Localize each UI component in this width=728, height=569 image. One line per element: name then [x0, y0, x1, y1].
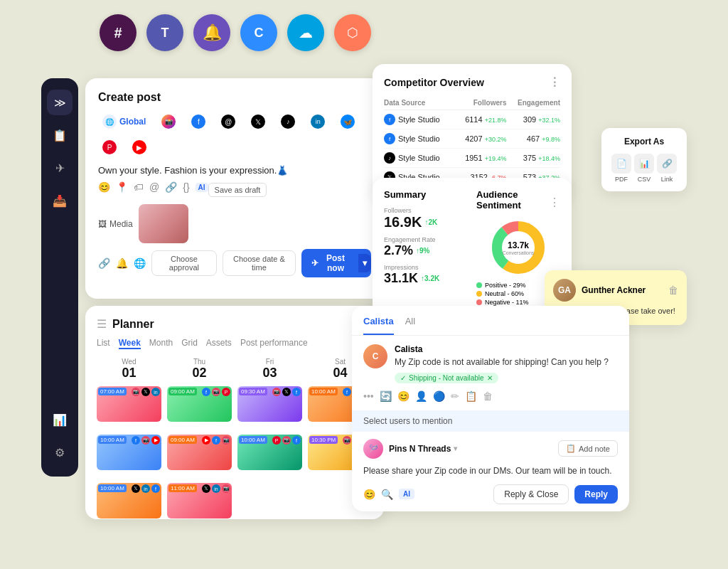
tab-threads[interactable]: @: [217, 112, 240, 131]
choose-date-button[interactable]: Choose date & time: [223, 250, 296, 276]
reply-button[interactable]: Reply: [574, 485, 618, 504]
media-area: 🖼 Media: [98, 204, 371, 243]
planner-cell-2-1: 10:00 AM P📷f: [237, 435, 302, 477]
globe-action-icon[interactable]: 🌐: [134, 257, 146, 269]
sidebar-item-inbox[interactable]: 📥: [47, 188, 73, 213]
analytics-panel: Summary Followers 16.9K ↑2K Engagement R…: [373, 178, 572, 319]
link-icon[interactable]: 🔗: [165, 181, 177, 193]
day-header-fri: Fri 03: [237, 358, 302, 381]
tab-calista[interactable]: Calista: [363, 316, 394, 335]
post-thumb[interactable]: 09:00 AM ▶f📷: [167, 435, 232, 470]
ai-icon[interactable]: AI: [196, 183, 208, 192]
more-options-icon[interactable]: •••: [363, 390, 374, 402]
toolbar-icons: 😊 📍 🏷 @ 🔗 {} AI: [98, 181, 208, 193]
tab-youtube[interactable]: ▶: [128, 138, 151, 156]
notification-header: GA Gunther Ackner 🗑: [553, 279, 678, 302]
platform-tabs: 🌐 Global 📸 f @ 𝕏 ♪ in 🦋 P ▶: [98, 112, 371, 156]
source-icon: f: [384, 114, 395, 125]
salesforce-icon[interactable]: ☁: [287, 14, 324, 51]
tab-bluesky[interactable]: 🦋: [336, 112, 359, 131]
ai-tool-button[interactable]: AI: [399, 489, 414, 499]
copy-icon[interactable]: 📋: [465, 390, 477, 402]
tab-pinterest[interactable]: P: [98, 138, 121, 156]
tab-instagram[interactable]: 📸: [157, 112, 180, 131]
export-link[interactable]: 🔗 Link: [657, 154, 677, 183]
notification-icon[interactable]: 🔔: [193, 14, 230, 51]
sidebar-item-menu[interactable]: ≫: [47, 90, 73, 115]
teams-icon[interactable]: T: [146, 14, 183, 51]
brackets-icon[interactable]: {}: [183, 181, 189, 193]
platform-dropdown-icon[interactable]: ▾: [454, 445, 457, 452]
reply-close-button[interactable]: Reply & Close: [493, 484, 569, 504]
emoji-icon[interactable]: 😊: [98, 181, 110, 193]
emoji-reaction-icon[interactable]: 😊: [397, 390, 410, 402]
tag-close-icon[interactable]: ✕: [487, 374, 493, 382]
tab-linkedin[interactable]: in: [306, 112, 329, 131]
slack-icon[interactable]: #: [100, 14, 136, 51]
fb-icon: f: [343, 388, 351, 396]
view-list[interactable]: List: [97, 338, 110, 349]
tab-all[interactable]: All: [405, 316, 415, 335]
post-time: 09:00 AM: [168, 436, 197, 444]
li-icon: in: [151, 388, 160, 396]
tab-global[interactable]: 🌐 Global: [98, 112, 150, 131]
assign-icon[interactable]: 👤: [415, 390, 427, 402]
delete-icon[interactable]: 🗑: [483, 390, 493, 402]
post-actions: 🔗 🔔 🌐 Choose approval Choose date & time…: [98, 249, 371, 277]
view-post-performance[interactable]: Post performance: [240, 338, 308, 349]
export-pdf[interactable]: 📄 PDF: [611, 154, 631, 183]
add-note-button[interactable]: 📋 Add note: [558, 440, 618, 457]
tab-tiktok[interactable]: ♪: [277, 112, 299, 131]
competitor-menu-icon[interactable]: ⋮: [549, 75, 560, 89]
post-now-dropdown[interactable]: ▾: [358, 254, 371, 272]
repost-icon[interactable]: 🔄: [380, 390, 392, 402]
link-action-icon[interactable]: 🔗: [98, 257, 110, 269]
notification-delete-icon[interactable]: 🗑: [668, 284, 678, 296]
summary-section: Summary Followers 16.9K ↑2K Engagement R…: [384, 189, 468, 307]
post-thumb[interactable]: 10:00 AM P📷f: [237, 435, 302, 470]
view-week[interactable]: Week: [119, 338, 141, 349]
location-icon[interactable]: 📍: [116, 181, 128, 193]
post-thumb[interactable]: 10:00 AM f📷▶: [97, 435, 161, 470]
planner-header: ☰ Planner: [97, 317, 373, 331]
view-month[interactable]: Month: [149, 338, 173, 349]
yt-icon: ▶: [151, 436, 160, 445]
search-tool-icon[interactable]: 🔍: [381, 489, 393, 500]
sentiment-menu-icon[interactable]: ⋮: [549, 196, 560, 209]
emoji-tool-icon[interactable]: 😊: [363, 489, 375, 500]
save-draft-button[interactable]: Save as draft: [208, 183, 267, 197]
bell-action-icon[interactable]: 🔔: [116, 257, 128, 269]
post-thumb[interactable]: 10:00 AM 𝕏inf: [97, 483, 161, 519]
ig-icon: 📷: [343, 436, 351, 445]
post-thumb[interactable]: 09:30 AM 📷𝕏f: [237, 386, 302, 422]
sidebar-item-send[interactable]: ✈: [47, 155, 73, 181]
export-options: 📄 PDF 📊 CSV 🔗 Link: [610, 154, 678, 183]
planner-panel: ☰ Planner List Week Month Grid Assets Po…: [85, 306, 384, 519]
tag-action-icon[interactable]: 🔵: [433, 390, 445, 402]
circle-icon[interactable]: C: [240, 14, 277, 51]
post-thumb[interactable]: 11:00 AM 𝕏in📷: [167, 483, 232, 519]
tab-facebook[interactable]: f: [187, 112, 210, 131]
post-text: Own your style. Fashion is your expressi…: [98, 165, 371, 176]
post-thumb[interactable]: 07:00 AM 📷𝕏in: [97, 386, 161, 422]
tab-x[interactable]: 𝕏: [247, 112, 269, 131]
post-time: 10:00 AM: [309, 388, 338, 395]
sidebar-item-compose[interactable]: 📋: [47, 122, 73, 148]
post-now-button[interactable]: ✈ Post now ▾: [301, 249, 371, 277]
view-assets[interactable]: Assets: [206, 338, 232, 349]
summary-title: Summary: [384, 189, 468, 200]
post-thumb[interactable]: 09:00 AM f📷P: [167, 386, 232, 422]
message-content: Calista My Zip code is not available for…: [395, 344, 618, 383]
export-csv[interactable]: 📊 CSV: [634, 154, 654, 183]
hubspot-icon[interactable]: ⬡: [334, 14, 371, 51]
planner-cell-0-1: 10:00 AM f📷▶: [97, 435, 161, 477]
sidebar-item-analytics[interactable]: 📊: [47, 407, 73, 432]
view-grid[interactable]: Grid: [181, 338, 198, 349]
sidebar-item-settings[interactable]: ⚙: [47, 440, 73, 465]
planner-menu-icon[interactable]: ☰: [97, 317, 107, 331]
edit-icon[interactable]: ✏: [451, 390, 459, 402]
choose-approval-button[interactable]: Choose approval: [151, 250, 217, 276]
tag-icon[interactable]: 🏷: [134, 181, 144, 193]
post-time: 09:30 AM: [239, 388, 267, 395]
mention-icon[interactable]: @: [149, 181, 159, 193]
